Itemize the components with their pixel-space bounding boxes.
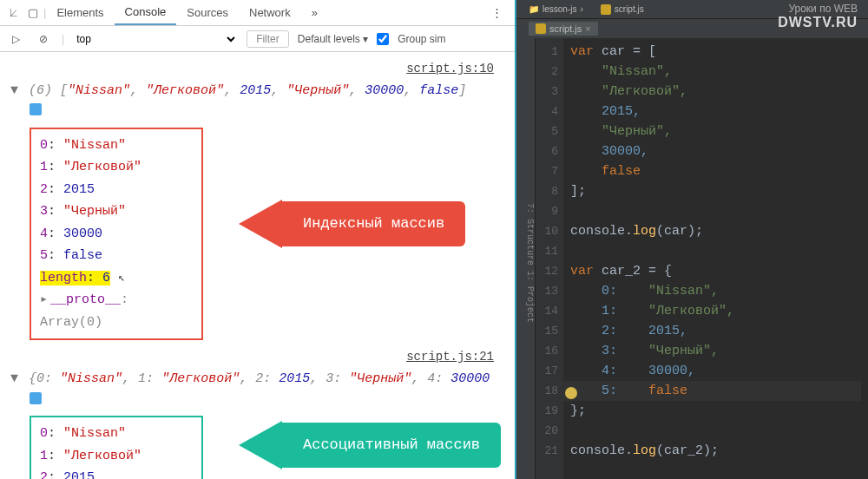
- breadcrumb-file[interactable]: script.js: [592, 0, 653, 18]
- device-icon[interactable]: ▢: [23, 6, 43, 19]
- array-preview[interactable]: ▼ (6) ["Nissan", "Легковой", 2015, "Черн…: [10, 80, 504, 102]
- expand-arrow-icon[interactable]: ▼: [10, 83, 18, 98]
- proto-expand-icon[interactable]: ▸: [40, 292, 48, 307]
- source-link-2[interactable]: script.js:21: [10, 347, 504, 368]
- associative-array-arrow: Ассоциативный массив: [239, 421, 501, 469]
- tool-window-tabs[interactable]: 7: Structure 1: Project: [516, 38, 536, 479]
- tab-console[interactable]: Console: [115, 0, 177, 25]
- associative-array-box: 0: "Nissan" 1: "Легковой" 2: 2015 3: "Че…: [30, 416, 203, 479]
- inspect-icon[interactable]: ⟀: [5, 6, 23, 19]
- cursor-icon: ↖: [118, 269, 125, 288]
- js-file-icon: [601, 4, 611, 15]
- expand-arrow-icon[interactable]: ▼: [10, 371, 18, 386]
- editor-pane: Уроки по WEB DWSTV.RU 📁 lesson-js › scri…: [516, 0, 868, 479]
- watermark-logo: Уроки по WEB DWSTV.RU: [778, 3, 858, 30]
- tab-more[interactable]: »: [301, 0, 328, 25]
- tab-elements[interactable]: Elements: [46, 0, 114, 25]
- levels-dropdown[interactable]: Default levels ▾: [298, 33, 368, 45]
- group-checkbox[interactable]: [377, 33, 389, 45]
- execute-icon[interactable]: ▷: [7, 31, 25, 47]
- devtools-menu-icon[interactable]: ⋮: [484, 6, 510, 19]
- group-label: Group sim: [398, 33, 445, 45]
- object-preview[interactable]: ▼ {0: "Nissan", 1: "Легковой", 2: 2015, …: [10, 368, 504, 390]
- intention-bulb-icon[interactable]: [565, 387, 577, 399]
- indexed-array-arrow: Индексный массив: [239, 200, 465, 248]
- tab-sources[interactable]: Sources: [176, 0, 239, 25]
- code-content[interactable]: var car = [ "Nissan", "Легковой", 2015, …: [563, 38, 868, 479]
- tab-network[interactable]: Network: [239, 0, 301, 25]
- info-badge-icon[interactable]: [30, 103, 42, 115]
- info-badge-icon[interactable]: [30, 392, 42, 404]
- editor-area[interactable]: 7: Structure 1: Project 1234567891011121…: [516, 38, 868, 479]
- close-icon[interactable]: ×: [585, 23, 590, 34]
- console-output: script.js:10 ▼ (6) ["Nissan", "Легковой"…: [0, 52, 515, 479]
- breadcrumb-folder[interactable]: 📁 lesson-js ›: [520, 0, 592, 18]
- line-gutter: 123456789101112131415161718192021: [536, 38, 563, 479]
- devtools-tabstrip: ⟀ ▢ | Elements Console Sources Network »…: [0, 0, 515, 26]
- indexed-array-box: 0: "Nissan" 1: "Легковой" 2: 2015 3: "Че…: [30, 128, 203, 341]
- array-length-hint: (6): [29, 83, 52, 98]
- source-link-1[interactable]: script.js:10: [10, 59, 504, 80]
- clear-icon[interactable]: ⊘: [34, 31, 53, 47]
- devtools-pane: ⟀ ▢ | Elements Console Sources Network »…: [0, 0, 516, 479]
- js-file-icon: [536, 23, 546, 34]
- console-toolbar: ▷ ⊘ | top Filter Default levels ▾ Group …: [0, 26, 515, 52]
- open-tab-scriptjs[interactable]: script.js ×: [529, 22, 598, 36]
- filter-input[interactable]: Filter: [247, 30, 289, 48]
- context-select[interactable]: top: [73, 32, 238, 46]
